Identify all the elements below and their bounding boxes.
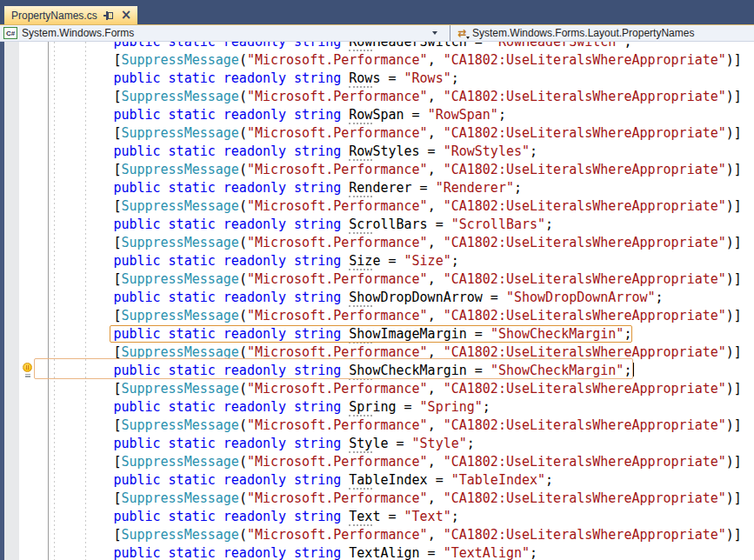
type-dropdown[interactable]: ⇄ System.Windows.Forms.Layout.PropertyNa… — [450, 25, 754, 41]
code-line[interactable]: [SuppressMessage("Microsoft.Performance"… — [0, 197, 754, 216]
text-caret — [632, 363, 634, 377]
tab-propertynames[interactable]: PropertyNames.cs × — [4, 6, 137, 24]
code-line[interactable]: public static readonly string Renderer =… — [0, 179, 754, 197]
code-line[interactable]: [SuppressMessage("Microsoft.Performance"… — [0, 417, 754, 435]
code-line[interactable]: public static readonly string ShowDropDo… — [0, 289, 754, 307]
chevron-down-icon[interactable] — [432, 31, 437, 35]
scope-dropdown-label: System.Windows.Forms — [22, 27, 134, 39]
code-line[interactable]: public static readonly string Spring = "… — [0, 398, 754, 417]
code-line[interactable]: [SuppressMessage("Microsoft.Performance"… — [0, 307, 754, 325]
navigation-bar: C# System.Windows.Forms ⇄ System.Windows… — [0, 25, 754, 42]
tab-title: PropertyNames.cs — [11, 10, 97, 22]
code-line[interactable]: [SuppressMessage("Microsoft.Performance"… — [0, 380, 754, 398]
csharp-file-icon: C# — [3, 27, 17, 39]
code-editor[interactable]: public static readonly string RowHeaderS… — [0, 42, 754, 560]
tab-strip-accent-line — [0, 24, 754, 25]
code-line[interactable]: public static readonly string ShowCheckM… — [0, 362, 754, 380]
code-line[interactable]: public static readonly string RowSpan = … — [0, 106, 754, 124]
code-line[interactable]: [SuppressMessage("Microsoft.Performance"… — [0, 124, 754, 143]
code-line[interactable]: public static readonly string ShowImageM… — [0, 325, 754, 343]
code-line[interactable]: [SuppressMessage("Microsoft.Performance"… — [0, 51, 754, 70]
code-lines: public static readonly string RowHeaderS… — [0, 42, 754, 560]
scope-dropdown[interactable]: C# System.Windows.Forms — [0, 25, 450, 41]
lightbulb-icon[interactable] — [22, 363, 33, 377]
code-line[interactable]: public static readonly string RowStyles … — [0, 143, 754, 161]
code-line[interactable]: public static readonly string ScrollBars… — [0, 216, 754, 234]
code-line[interactable]: [SuppressMessage("Microsoft.Performance"… — [0, 453, 754, 471]
code-line[interactable]: [SuppressMessage("Microsoft.Performance"… — [0, 234, 754, 252]
type-dropdown-label: System.Windows.Forms.Layout.PropertyName… — [472, 27, 694, 39]
code-line[interactable]: [SuppressMessage("Microsoft.Performance"… — [0, 270, 754, 289]
glyph-margin[interactable] — [4, 42, 19, 560]
code-line[interactable]: public static readonly string Rows = "Ro… — [0, 70, 754, 88]
tab-bar: PropertyNames.cs × — [0, 0, 754, 24]
code-line[interactable]: [SuppressMessage("Microsoft.Performance"… — [0, 526, 754, 544]
code-line[interactable]: public static readonly string Text = "Te… — [0, 508, 754, 526]
code-line[interactable]: [SuppressMessage("Microsoft.Performance"… — [0, 88, 754, 106]
close-icon[interactable]: × — [121, 10, 132, 20]
code-line[interactable]: [SuppressMessage("Microsoft.Performance"… — [0, 343, 754, 362]
code-line[interactable]: public static readonly string TextAlign … — [0, 544, 754, 560]
code-line[interactable]: [SuppressMessage("Microsoft.Performance"… — [0, 490, 754, 508]
code-line[interactable]: public static readonly string Size = "Si… — [0, 252, 754, 270]
code-line[interactable]: public static readonly string Style = "S… — [0, 435, 754, 453]
pin-icon[interactable] — [103, 10, 115, 20]
class-icon: ⇄ — [456, 27, 469, 39]
code-line[interactable]: public static readonly string TableIndex… — [0, 471, 754, 490]
code-line[interactable]: public static readonly string RowHeaderS… — [0, 42, 754, 51]
code-line[interactable]: [SuppressMessage("Microsoft.Performance"… — [0, 161, 754, 179]
